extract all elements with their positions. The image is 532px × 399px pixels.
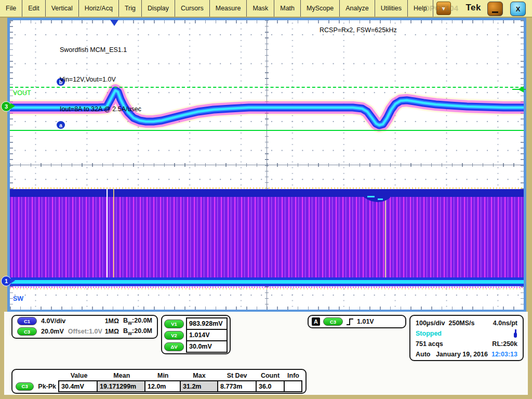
- readout-panel: C1 4.0V/div 1MΩ BW:20.0M C3 20.0mV Offse…: [0, 312, 532, 399]
- clock: 12:03:13: [491, 351, 517, 358]
- model-label: DPO7104: [424, 4, 458, 12]
- menu-bar: FileEditVerticalHoriz/AcqTrigDisplayCurs…: [0, 0, 532, 18]
- sample-resolution: 4.0ns/pt: [493, 320, 517, 327]
- trigger-readout-box[interactable]: A C3 1.01V: [308, 315, 406, 328]
- menu-item-myscope[interactable]: MyScope: [301, 0, 340, 17]
- trigger-source-badge: C3: [323, 317, 343, 326]
- record-length: RL:250k: [492, 340, 517, 348]
- measurement-cell: 8.773m: [217, 380, 257, 392]
- date: January 19, 2016: [436, 351, 488, 358]
- cursor-value: 30.0mV: [186, 340, 228, 353]
- measurement-cell: [284, 380, 302, 392]
- thermometer-icon: [513, 329, 517, 338]
- measurement-headers: ValueMeanMinMaxSt DevCountInfo: [16, 370, 302, 380]
- measurement-header-stdev: St Dev: [218, 372, 256, 379]
- trigger-level-marker[interactable]: [518, 86, 524, 92]
- menu-item-vertical[interactable]: Vertical: [46, 0, 79, 17]
- measurement-header-info: Info: [284, 372, 302, 379]
- ch3-bandwidth: BW:20.0M: [123, 327, 152, 336]
- sw-trace: [10, 188, 524, 289]
- menu-item-horizacq[interactable]: Horiz/Acq: [79, 0, 119, 17]
- timebase: 100µs/div: [416, 320, 445, 327]
- channel-1-marker[interactable]: 1: [1, 276, 11, 286]
- waveform-plot: b a Swordfish MCM_ES1.1 Vin=12V,Vout=1.0…: [10, 20, 524, 310]
- ch1-scale: 4.0V/div: [41, 317, 65, 325]
- readout-panel-background: C1 4.0V/div 1MΩ BW:20.0M C3 20.0mV Offse…: [4, 312, 528, 395]
- measurement-header-min: Min: [145, 372, 181, 379]
- cursor-readout-rows: V1983.928mVV21.014VΔV30.0mV: [164, 317, 228, 353]
- trigger-mode: Auto: [416, 351, 430, 358]
- ch1-impedance: 1MΩ: [105, 317, 119, 325]
- annotation-right: RCSP=Rx2, FSW=625kHz: [320, 25, 397, 35]
- measurement-name: Pk-Pk: [38, 383, 59, 390]
- menu-item-utilities[interactable]: Utilities: [375, 0, 408, 17]
- trigger-level: 1.01V: [357, 318, 374, 325]
- menu-item-display[interactable]: Display: [142, 0, 175, 17]
- ch3-impedance: 1MΩ: [105, 328, 119, 335]
- scope-display-area: b a Swordfish MCM_ES1.1 Vin=12V,Vout=1.0…: [0, 18, 532, 312]
- vout-trace-label: VOUT: [13, 89, 31, 97]
- cursor-badge: ΔV: [164, 342, 184, 351]
- annotation-line: Iout=8A to 32A @ 2.5A/usec: [60, 104, 141, 114]
- minimize-icon: [492, 11, 498, 13]
- tek-logo: Tek: [466, 3, 481, 13]
- menu-item-analyze[interactable]: Analyze: [340, 0, 375, 17]
- cursor-readout-v1: V1983.928mV: [164, 317, 228, 330]
- horizontal-readout-box[interactable]: 100µs/div 250MS/s 4.0ns/pt Stopped 751 a…: [409, 315, 524, 361]
- measurement-box[interactable]: ValueMeanMinMaxSt DevCountInfo C3 Pk-Pk …: [11, 369, 307, 394]
- measurement-source-badge: C3: [16, 382, 34, 391]
- sample-rate: 250MS/s: [449, 320, 475, 327]
- cursor-value: 983.928mV: [186, 317, 228, 330]
- channel-3-badge[interactable]: C3: [17, 327, 37, 336]
- menu-item-edit[interactable]: Edit: [22, 0, 46, 17]
- cursor-badge: V1: [164, 320, 184, 328]
- channel-3-arrow-icon: [10, 103, 15, 109]
- acquisition-count: 751 acqs: [416, 340, 443, 348]
- menu-item-math[interactable]: Math: [274, 0, 301, 17]
- menu-item-mask[interactable]: Mask: [247, 0, 274, 17]
- cursor-readout-v2: V21.014V: [164, 329, 228, 341]
- ch3-offset: Offset:1.0V: [68, 328, 102, 335]
- menu-item-cursors[interactable]: Cursors: [175, 0, 210, 17]
- close-icon: X: [516, 5, 521, 13]
- cursor-readout-δv: ΔV30.0mV: [164, 340, 228, 353]
- measurement-cells: 30.4mV19.171299m12.0m31.2m8.773m36.0: [59, 380, 302, 392]
- sw-trace-label: SW: [13, 295, 23, 302]
- ch3-scale: 20.0mV: [41, 328, 64, 335]
- measurement-header-mean: Mean: [98, 372, 145, 379]
- cursor-badge: V2: [164, 331, 184, 340]
- trigger-position-marker[interactable]: [110, 20, 118, 26]
- channel-3-marker[interactable]: 3: [1, 101, 11, 112]
- annotation-line: Vin=12V,Vout=1.0V: [60, 75, 141, 85]
- rising-edge-icon: [346, 318, 354, 326]
- cursor-readout-box[interactable]: V1983.928mVV21.014VΔV30.0mV: [161, 315, 231, 354]
- measurement-cell: 36.0: [256, 380, 285, 392]
- ch1-bandwidth: BW:20.0M: [123, 317, 152, 326]
- trigger-bank-badge: A: [312, 317, 320, 326]
- menu-item-file[interactable]: File: [0, 0, 22, 17]
- measurement-header-value: Value: [60, 372, 98, 379]
- measurement-cell: 30.4mV: [58, 380, 98, 392]
- menu-bar-items: FileEditVerticalHoriz/AcqTrigDisplayCurs…: [0, 0, 433, 17]
- measurement-row: C3 Pk-Pk 30.4mV19.171299m12.0m31.2m8.773…: [16, 380, 302, 392]
- channel-1-badge[interactable]: C1: [17, 317, 37, 325]
- graticule: b a Swordfish MCM_ES1.1 Vin=12V,Vout=1.0…: [7, 18, 526, 312]
- close-button[interactable]: X: [510, 2, 526, 16]
- annotation-line: Swordfish MCM_ES1.1: [60, 45, 141, 55]
- channel-1-arrow-icon: [10, 277, 15, 284]
- menu-item-trig[interactable]: Trig: [119, 0, 142, 17]
- acquisition-state: Stopped: [416, 330, 442, 337]
- menu-item-measure[interactable]: Measure: [210, 0, 247, 17]
- annotation-left: Swordfish MCM_ES1.1 Vin=12V,Vout=1.0V Io…: [60, 25, 141, 134]
- measurement-cell: 19.171299m: [97, 380, 145, 392]
- measurement-header-max: Max: [181, 372, 218, 379]
- measurement-header-count: Count: [256, 372, 284, 379]
- measurement-cell: 12.0m: [144, 380, 181, 392]
- measurement-cell: 31.2m: [180, 380, 218, 392]
- cursor-value: 1.014V: [186, 329, 228, 341]
- minimize-button[interactable]: [487, 2, 503, 16]
- channel-readout-box[interactable]: C1 4.0V/div 1MΩ BW:20.0M C3 20.0mV Offse…: [11, 315, 158, 339]
